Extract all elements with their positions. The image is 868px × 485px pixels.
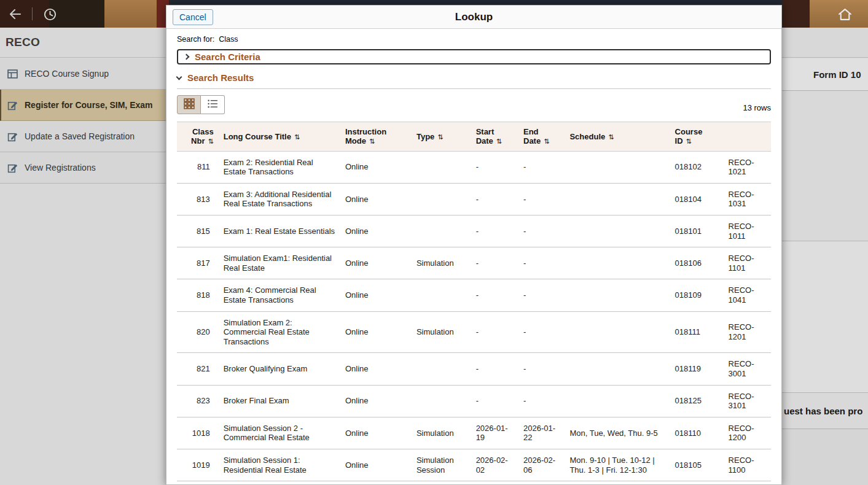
chevron-right-icon: [184, 54, 190, 60]
modal-body: Search for:Class Search Criteria Search …: [166, 29, 781, 484]
modal-header: Cancel Lookup: [166, 6, 781, 29]
search-criteria-toggle[interactable]: Search Criteria: [177, 49, 771, 64]
table-cell: [412, 151, 471, 183]
modal-title: Lookup: [166, 6, 781, 29]
table-row[interactable]: 817Simulation Exam1: Residential Real Es…: [177, 247, 771, 279]
table-cell: [565, 311, 670, 353]
sort-icon: ⇅: [369, 138, 375, 145]
table-row[interactable]: 811Exam 2: Residential Real Estate Trans…: [177, 151, 771, 183]
table-row[interactable]: 1019Simulation Session 1: Residential Re…: [177, 449, 771, 481]
column-header: [724, 122, 771, 152]
column-header[interactable]: Start Date⇅: [471, 122, 518, 152]
search-for-line: Search for:Class: [177, 35, 771, 44]
table-row[interactable]: 820Simulation Exam 2: Commercial Real Es…: [177, 311, 771, 353]
cancel-button[interactable]: Cancel: [173, 9, 213, 25]
search-for-label: Search for:: [177, 35, 214, 44]
results-header-row: Class Nbr⇅Long Course Title⇅Instruction …: [177, 122, 771, 152]
table-cell: -: [518, 385, 565, 417]
table-cell: [565, 481, 670, 484]
column-header[interactable]: Class Nbr⇅: [177, 122, 219, 152]
sort-icon: ⇅: [496, 138, 502, 145]
column-header-label: Long Course Title: [224, 132, 291, 141]
table-cell: -: [518, 481, 565, 484]
column-header-label: Type: [416, 132, 434, 141]
table-cell: 018101: [670, 215, 724, 247]
table-cell: RECO-1021: [724, 151, 771, 183]
results-table-body: 811Exam 2: Residential Real Estate Trans…: [177, 151, 771, 484]
table-cell: -: [471, 151, 518, 183]
view-toggle-group: [177, 95, 225, 114]
table-cell: Exam 1: Real Estate Essentials: [219, 215, 340, 247]
column-header-label: Schedule: [569, 132, 605, 141]
table-cell: [412, 481, 471, 484]
table-row[interactable]: 821Broker Qualifying ExamOnline--018119R…: [177, 353, 771, 385]
table-cell: RECO-1100: [724, 449, 771, 481]
table-row[interactable]: 815Exam 1: Real Estate EssentialsOnline-…: [177, 215, 771, 247]
row-count: 13 rows: [743, 103, 771, 114]
table-cell: 018111: [670, 311, 724, 353]
grid-view-button[interactable]: [177, 95, 201, 114]
divider: [177, 88, 771, 89]
table-row[interactable]: 823Broker Final ExamOnline--018125RECO-3…: [177, 385, 771, 417]
table-cell: [412, 279, 471, 311]
table-cell: -: [471, 311, 518, 353]
table-cell: Online: [340, 151, 412, 183]
table-cell: Online: [340, 311, 412, 353]
table-cell: 820: [177, 311, 219, 353]
table-cell: -: [471, 353, 518, 385]
list-view-icon: [207, 98, 218, 112]
list-view-button[interactable]: [201, 95, 225, 114]
table-cell: -: [471, 183, 518, 215]
table-cell: 818: [177, 279, 219, 311]
column-header[interactable]: End Date⇅: [518, 122, 565, 152]
table-cell: Exam 2: Residential Real Estate Transact…: [219, 151, 340, 183]
table-cell: -: [518, 353, 565, 385]
table-cell: Online: [340, 449, 412, 481]
search-for-value: Class: [219, 35, 238, 44]
table-cell: -: [471, 279, 518, 311]
table-cell: -: [518, 247, 565, 279]
table-cell: [565, 279, 670, 311]
table-cell: -: [518, 151, 565, 183]
table-cell: Broker Qualifying Exam: [219, 353, 340, 385]
column-header[interactable]: Schedule⇅: [565, 122, 670, 152]
table-row[interactable]: 813Exam 3: Additional Residential Real E…: [177, 183, 771, 215]
table-cell: 823: [177, 385, 219, 417]
table-cell: Online: [340, 183, 412, 215]
table-cell: Online: [340, 353, 412, 385]
table-row[interactable]: 818Exam 4: Commercial Real Estate Transa…: [177, 279, 771, 311]
table-cell: [412, 183, 471, 215]
table-cell: RECO-1101: [724, 247, 771, 279]
screen: RECO RECO Course SignupRegister for Cour…: [0, 0, 868, 485]
table-cell: 018125: [670, 385, 724, 417]
table-cell: 1019: [177, 449, 219, 481]
table-cell: Mon, Tue, Wed, Thu. 9-5: [565, 417, 670, 449]
column-header[interactable]: Long Course Title⇅: [219, 122, 340, 152]
table-cell: 018104: [670, 183, 724, 215]
table-cell: [565, 215, 670, 247]
chevron-down-icon: [176, 74, 182, 80]
table-cell: -: [471, 247, 518, 279]
table-cell: 018105: [670, 449, 724, 481]
table-cell: 018106: [670, 247, 724, 279]
column-header-label: End Date: [523, 127, 541, 146]
table-cell: [565, 247, 670, 279]
column-header[interactable]: Course ID⇅: [670, 122, 724, 152]
column-header[interactable]: Type⇅: [412, 122, 471, 152]
table-cell: [565, 385, 670, 417]
column-header-label: Instruction Mode: [345, 127, 386, 146]
lookup-modal: Cancel Lookup Search for:Class Search Cr…: [166, 5, 782, 485]
table-cell: 1018: [177, 417, 219, 449]
table-cell: -: [518, 279, 565, 311]
table-cell: [565, 183, 670, 215]
table-cell: Online: [340, 247, 412, 279]
table-cell: 1020: [177, 481, 219, 484]
search-results-toggle[interactable]: Search Results: [177, 72, 771, 83]
table-cell: Simulation: [412, 247, 471, 279]
table-row[interactable]: 1020Course 1 - Real Estate EssentialsOnl…: [177, 481, 771, 484]
sort-icon: ⇅: [686, 138, 692, 145]
table-cell: Exam 4: Commercial Real Estate Transacti…: [219, 279, 340, 311]
table-cell: 018119: [670, 353, 724, 385]
column-header[interactable]: Instruction Mode⇅: [340, 122, 412, 152]
table-row[interactable]: 1018Simulation Session 2 - Commercial Re…: [177, 417, 771, 449]
